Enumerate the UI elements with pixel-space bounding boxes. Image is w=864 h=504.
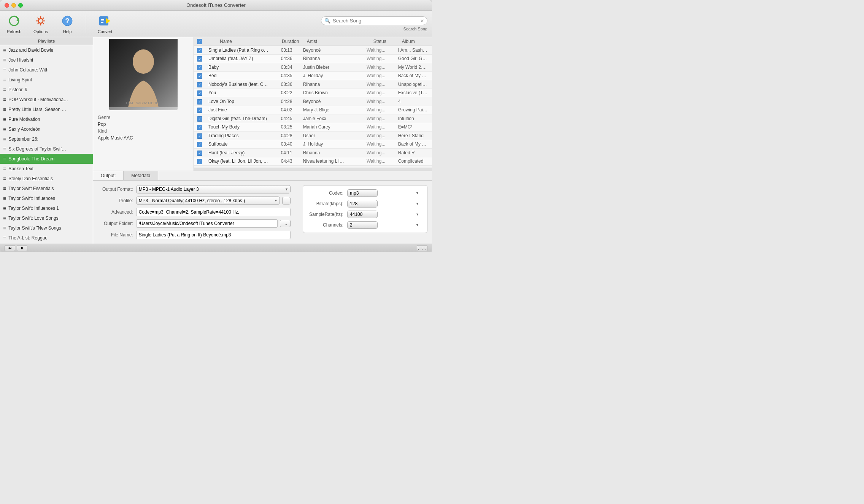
track-check-4[interactable]: ✓: [194, 81, 205, 87]
track-checkbox-6[interactable]: ✓: [197, 99, 202, 105]
sidebar-item-15[interactable]: ≡Taylor Swift: Influences: [0, 193, 93, 203]
output-folder-input[interactable]: [136, 219, 278, 228]
profile-extra-btn[interactable]: -: [282, 197, 291, 204]
sidebar-item-label: Pretty Little Liars, Season …: [8, 107, 66, 112]
sidebar-item-9[interactable]: ≡September 26:: [0, 134, 93, 144]
table-row[interactable]: ✓ Digital Girl (feat. The-Dream) 04:45 J…: [194, 114, 432, 123]
track-checkbox-10[interactable]: ✓: [197, 133, 202, 139]
browse-button[interactable]: ...: [280, 220, 291, 227]
convert-button[interactable]: Convert: [95, 14, 114, 34]
track-checkbox-3[interactable]: ✓: [197, 73, 202, 79]
horizontal-scrollbar[interactable]: [194, 168, 432, 171]
sidebar-item-18[interactable]: ≡Taylor Swift's "New Songs: [0, 223, 93, 233]
track-checkbox-7[interactable]: ✓: [197, 108, 202, 113]
sidebar-item-7[interactable]: ≡Pure Motivation: [0, 114, 93, 124]
check-all-checkbox[interactable]: ✓: [197, 39, 202, 44]
profile-select[interactable]: MP3 - Normal Quality( 44100 Hz, stereo ,…: [136, 197, 280, 205]
table-row[interactable]: ✓ Nobody's Business (feat. Chris Brown) …: [194, 80, 432, 89]
track-check-5[interactable]: ✓: [194, 90, 205, 96]
samplerate-select-wrapper[interactable]: 44100: [347, 211, 421, 218]
track-checkbox-2[interactable]: ✓: [197, 65, 202, 70]
toolbar: Refresh Options: [0, 11, 432, 37]
track-checkbox-0[interactable]: ✓: [197, 48, 202, 53]
table-row[interactable]: ✓ Touch My Body 03:25 Mariah Carey Waiti…: [194, 123, 432, 132]
track-check-9[interactable]: ✓: [194, 124, 205, 130]
table-row[interactable]: ✓ Love On Top 04:28 Beyoncé Waiting... 4: [194, 97, 432, 106]
table-row[interactable]: ✓ You 03:22 Chris Brown Waiting... Exclu…: [194, 89, 432, 98]
pause-btn[interactable]: ⏸: [17, 245, 27, 251]
sidebar-item-17[interactable]: ≡Taylor Swift: Love Songs: [0, 213, 93, 223]
track-checkbox-4[interactable]: ✓: [197, 82, 202, 87]
sidebar-item-12[interactable]: ≡Spoken Text: [0, 164, 93, 174]
track-checkbox-8[interactable]: ✓: [197, 116, 202, 122]
sidebar-item-10[interactable]: ≡Six Degrees of Taylor Swif…: [0, 144, 93, 154]
header-check-all[interactable]: ✓: [194, 39, 205, 44]
output-format-select-wrapper[interactable]: MP3 - MPEG-1 Audio Layer 3: [136, 185, 291, 193]
close-button[interactable]: [5, 3, 9, 8]
sidebar-item-16[interactable]: ≡Taylor Swift: Influences 1: [0, 203, 93, 213]
sidebar-item-14[interactable]: ≡Taylor Swift Essentials: [0, 184, 93, 193]
bitrate-select-wrapper[interactable]: 128: [347, 200, 421, 208]
search-clear-icon[interactable]: ✕: [420, 18, 424, 24]
advanced-input[interactable]: [136, 208, 291, 216]
codec-select[interactable]: mp3: [347, 189, 378, 197]
track-checkbox-13[interactable]: ✓: [197, 159, 202, 164]
track-check-3[interactable]: ✓: [194, 73, 205, 79]
more-btn[interactable]: ⋮⋮⋮: [417, 245, 427, 251]
sidebar-item-8[interactable]: ≡Sax y Acordeón: [0, 124, 93, 134]
output-format-select[interactable]: MP3 - MPEG-1 Audio Layer 3: [136, 185, 291, 193]
sidebar-item-0[interactable]: ≡Jazz and David Bowie: [0, 45, 93, 55]
sidebar-item-1[interactable]: ≡Joe Hisaishi: [0, 55, 93, 65]
maximize-button[interactable]: [18, 3, 23, 8]
sidebar-item-2[interactable]: ≡John Coltrane: With: [0, 65, 93, 75]
track-check-0[interactable]: ✓: [194, 47, 205, 53]
sidebar-item-11[interactable]: ≡Songbook: The-Dream: [0, 154, 93, 164]
sidebar-item-6[interactable]: ≡Pretty Little Liars, Season …: [0, 105, 93, 114]
track-check-1[interactable]: ✓: [194, 56, 205, 62]
track-check-12[interactable]: ✓: [194, 150, 205, 156]
track-check-11[interactable]: ✓: [194, 141, 205, 147]
table-row[interactable]: ✓ Baby 03:34 Justin Bieber Waiting... My…: [194, 63, 432, 72]
samplerate-select[interactable]: 44100: [347, 211, 378, 218]
channels-select[interactable]: 2: [347, 221, 378, 229]
sidebar-item-5[interactable]: ≡POP Workout - Motivationa…: [0, 95, 93, 105]
file-name-input[interactable]: [136, 231, 291, 239]
track-check-7[interactable]: ✓: [194, 107, 205, 113]
options-button[interactable]: Options: [31, 14, 50, 34]
table-row[interactable]: ✓ Okay (feat. Lil Jon, Lil Jon, Lil Jon,…: [194, 157, 432, 166]
table-row[interactable]: ✓ Hard (feat. Jeezy) 04:11 Rihanna Waiti…: [194, 149, 432, 157]
tab-metadata[interactable]: Metadata: [124, 171, 158, 180]
sidebar-item-3[interactable]: ≡Living Spirit: [0, 75, 93, 85]
table-row[interactable]: ✓ Bed 04:35 J. Holiday Waiting... Back o…: [194, 72, 432, 81]
track-checkbox-9[interactable]: ✓: [197, 125, 202, 130]
codec-select-wrapper[interactable]: mp3: [347, 189, 421, 197]
table-row[interactable]: ✓ Suffocate 03:40 J. Holiday Waiting... …: [194, 140, 432, 149]
search-input[interactable]: [333, 18, 418, 24]
rewind-btn[interactable]: ⏮: [5, 245, 15, 251]
tab-output[interactable]: Output:: [93, 171, 124, 180]
track-check-10[interactable]: ✓: [194, 133, 205, 139]
track-checkbox-5[interactable]: ✓: [197, 90, 202, 96]
help-button[interactable]: ? Help: [58, 14, 77, 34]
track-checkbox-1[interactable]: ✓: [197, 56, 202, 62]
track-check-2[interactable]: ✓: [194, 64, 205, 70]
track-name-8: Digital Girl (feat. The-Dream): [205, 116, 273, 121]
sidebar-item-4[interactable]: ≡Pistear 🎙: [0, 85, 93, 95]
table-row[interactable]: ✓ Single Ladies (Put a Ring on It) 03:13…: [194, 46, 432, 55]
track-checkbox-11[interactable]: ✓: [197, 142, 202, 147]
minimize-button[interactable]: [11, 3, 16, 8]
track-check-13[interactable]: ✓: [194, 158, 205, 165]
table-row[interactable]: ✓ Just Fine 04:02 Mary J. Blige Waiting.…: [194, 106, 432, 115]
table-row[interactable]: ✓ Trading Places 04:28 Usher Waiting... …: [194, 132, 432, 140]
bitrate-select[interactable]: 128: [347, 200, 378, 208]
refresh-button[interactable]: Refresh: [5, 14, 24, 34]
search-bar[interactable]: 🔍 ✕: [321, 16, 427, 25]
track-check-8[interactable]: ✓: [194, 116, 205, 122]
channels-select-wrapper[interactable]: 2: [347, 221, 421, 229]
track-checkbox-12[interactable]: ✓: [197, 151, 202, 156]
profile-select-wrapper[interactable]: MP3 - Normal Quality( 44100 Hz, stereo ,…: [136, 197, 280, 205]
table-row[interactable]: ✓ Umbrella (feat. JAY Z) 04:36 Rihanna W…: [194, 55, 432, 63]
sidebar-item-13[interactable]: ≡Steely Dan Essentials: [0, 174, 93, 184]
track-check-6[interactable]: ✓: [194, 98, 205, 105]
sidebar-item-19[interactable]: ≡The A-List: Reggae: [0, 233, 93, 243]
